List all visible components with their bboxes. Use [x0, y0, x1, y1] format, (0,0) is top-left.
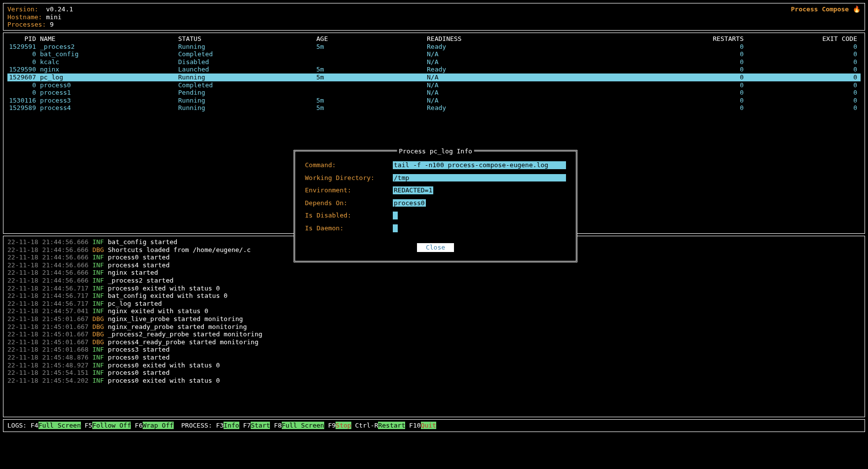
hotkey-action[interactable]: Quit	[421, 422, 436, 429]
log-message: _process2 started	[108, 277, 174, 284]
log-message: process4_ready_probe started monitoring	[108, 338, 259, 346]
cell-status: Running	[178, 43, 316, 51]
table-row[interactable]: 1529591_process2Running5mReady00	[7, 43, 861, 51]
cell-exit: 0	[748, 73, 861, 81]
footer-process-label: PROCESS:	[177, 422, 216, 429]
modal-row: Depends On:process0	[305, 199, 566, 207]
hotkey-action[interactable]: Start	[251, 422, 270, 429]
cell-exit: 0	[748, 66, 861, 73]
log-message: bat_config exited with status 0	[108, 292, 228, 299]
cell-exit: 0	[748, 89, 861, 97]
cell-name: kcalc	[40, 58, 178, 66]
cell-readiness: N/A	[427, 89, 664, 97]
log-timestamp: 22-11-18 21:45:01.667	[7, 338, 88, 346]
cell-pid: 0	[7, 89, 40, 97]
cell-age	[316, 81, 427, 89]
log-level: INF	[92, 253, 104, 261]
hotkey-action[interactable]: Info	[224, 422, 239, 429]
log-timestamp: 22-11-18 21:44:56.666	[7, 253, 88, 261]
process-info-modal: Process pc_log Info Command:tail -f -n10…	[294, 150, 577, 262]
cell-restarts: 0	[664, 89, 748, 97]
log-timestamp: 22-11-18 21:44:57.041	[7, 307, 88, 315]
version-value: v0.24.1	[46, 5, 73, 13]
fire-icon: 🔥	[853, 5, 861, 13]
cell-pid: 1529590	[7, 66, 40, 73]
col-exit[interactable]: EXIT CODE	[748, 35, 861, 43]
log-line: 22-11-18 21:44:56.666 INF _process2 star…	[7, 277, 861, 285]
log-message: nginx_live_probe started monitoring	[108, 315, 243, 323]
cell-pid: 1529589	[7, 104, 40, 112]
hotkey-key: F4	[31, 422, 38, 429]
hotkey-action[interactable]: Follow Off	[92, 422, 131, 429]
modal-row: Is Daemon:	[305, 224, 566, 232]
modal-label: Is Disabled:	[305, 212, 393, 219]
cell-exit: 0	[748, 43, 861, 51]
table-row[interactable]: 0process0CompletedN/A00	[7, 81, 861, 89]
log-line: 22-11-18 21:45:54.151 INF process0 start…	[7, 369, 861, 377]
col-pid[interactable]: PID	[7, 35, 40, 43]
cell-readiness: Ready	[427, 43, 664, 51]
cell-status: Running	[178, 104, 316, 112]
table-row[interactable]: 0process1PendingN/A00	[7, 89, 861, 97]
footer-logs-label: LOGS:	[7, 422, 31, 429]
cell-status: Disabled	[178, 58, 316, 66]
col-restarts[interactable]: RESTARTS	[664, 35, 748, 43]
log-message: process0 started	[108, 369, 170, 376]
log-message: process0 exited with status 0	[108, 361, 220, 369]
log-level: INF	[92, 361, 104, 369]
cell-exit: 0	[748, 50, 861, 58]
cell-status: Pending	[178, 89, 316, 97]
log-timestamp: 22-11-18 21:44:56.666	[7, 269, 88, 276]
cell-restarts: 0	[664, 97, 748, 105]
modal-value: REDACTED=1	[393, 186, 433, 194]
cell-age: 5m	[316, 43, 427, 51]
hotkey-key: F5	[85, 422, 93, 429]
col-age[interactable]: AGE	[316, 35, 427, 43]
log-timestamp: 22-11-18 21:44:56.666	[7, 238, 88, 246]
table-row[interactable]: 1529607pc_logRunning5mN/A00	[7, 73, 861, 81]
col-readiness[interactable]: READINESS	[427, 35, 664, 43]
cell-status: Completed	[178, 81, 316, 89]
close-button[interactable]: Close	[417, 243, 454, 252]
log-line: 22-11-18 21:44:56.666 INF process4 start…	[7, 261, 861, 269]
cell-exit: 0	[748, 58, 861, 66]
log-timestamp: 22-11-18 21:45:48.876	[7, 354, 88, 361]
log-level: DBG	[92, 323, 104, 330]
log-line: 22-11-18 21:45:01.667 DBG nginx_live_pro…	[7, 315, 861, 323]
table-row[interactable]: 1529589process4Running5mReady00	[7, 104, 861, 112]
table-row[interactable]: 1530116process3Running5mN/A00	[7, 97, 861, 105]
table-row[interactable]: 0kcalcDisabledN/A00	[7, 58, 861, 66]
cell-age: 5m	[316, 104, 427, 112]
hotkey-action[interactable]: Stop	[336, 422, 351, 429]
log-level: DBG	[92, 338, 104, 346]
hostname-value: mini	[46, 13, 61, 21]
hotkey-action[interactable]: Full Screen	[282, 422, 324, 429]
cell-age	[316, 50, 427, 58]
cell-readiness: N/A	[427, 73, 664, 81]
cell-readiness: N/A	[427, 58, 664, 66]
modal-label: Working Directory:	[305, 174, 393, 182]
log-timestamp: 22-11-18 21:44:56.666	[7, 246, 88, 253]
modal-row: Is Disabled:	[305, 212, 566, 219]
cell-age: 5m	[316, 73, 427, 81]
col-status[interactable]: STATUS	[178, 35, 316, 43]
table-row[interactable]: 0bat_configCompletedN/A00	[7, 50, 861, 58]
cell-pid: 1529591	[7, 43, 40, 51]
modal-row: Command:tail -f -n100 process-compose-eu…	[305, 161, 566, 169]
log-level: INF	[92, 238, 104, 246]
hotkey-action[interactable]: Full Screen	[38, 422, 81, 429]
table-row[interactable]: 1529590nginxLaunched5mReady00	[7, 66, 861, 73]
log-panel[interactable]: 22-11-18 21:44:56.666 INF bat_config sta…	[3, 236, 865, 417]
log-level: INF	[92, 346, 104, 353]
log-timestamp: 22-11-18 21:44:56.666	[7, 277, 88, 284]
log-message: process0 exited with status 0	[108, 285, 220, 292]
cell-pid: 1530116	[7, 97, 40, 105]
hotkey-action[interactable]: Restart	[378, 422, 405, 429]
cell-pid: 0	[7, 58, 40, 66]
modal-label: Depends On:	[305, 199, 393, 207]
modal-label: Command:	[305, 161, 393, 169]
modal-checkbox	[393, 212, 398, 219]
hotkey-action[interactable]: Wrap Off	[143, 422, 174, 429]
col-name[interactable]: NAME	[40, 35, 178, 43]
hotkey-key: F7	[243, 422, 251, 429]
